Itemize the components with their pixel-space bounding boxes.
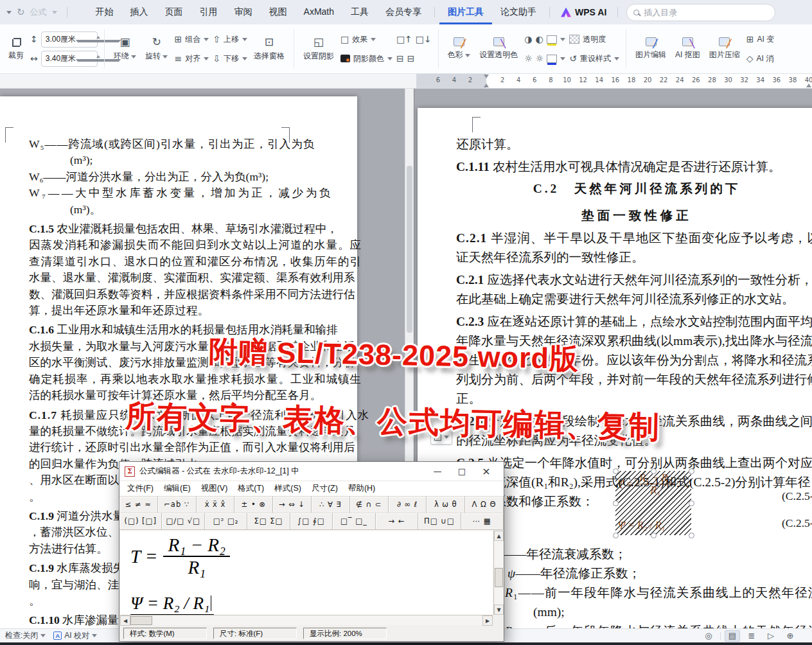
first-line-indent-marker[interactable] xyxy=(484,75,489,78)
ai-erase-button[interactable]: ◇ AI 消 xyxy=(745,51,776,66)
editor-menu-3[interactable]: 视图(V) xyxy=(196,483,233,494)
symbol-palette-button[interactable]: ± • ⊗ xyxy=(234,497,273,513)
ai-proofread-button[interactable]: A AI 校对 xyxy=(53,630,97,641)
editor-menu-7[interactable]: 帮助(H) xyxy=(343,483,380,494)
selection-handle[interactable] xyxy=(689,468,694,474)
image-edit-button[interactable]: 图片编辑 xyxy=(631,37,671,60)
selection-handle[interactable] xyxy=(613,500,619,506)
selection-handle[interactable] xyxy=(651,468,657,474)
close-button[interactable]: × xyxy=(474,462,499,481)
width-stepper[interactable]: 3.40厘米 xyxy=(41,51,98,67)
image-compress-button[interactable]: 图片压缩 xyxy=(705,37,745,60)
style-indicator[interactable]: 样式: 数学(M) xyxy=(123,628,207,639)
symbol-palette-button[interactable]: ∉ ∩ ⊂ xyxy=(350,497,389,513)
maximize-button[interactable]: □ xyxy=(450,462,474,481)
equation-quick-label[interactable]: 公式 xyxy=(30,6,47,18)
set-transparent-color-button[interactable]: 设置透明色 xyxy=(475,37,522,60)
shadow-up-icon[interactable]: □↑ xyxy=(396,35,412,44)
symbol-palette-button[interactable]: ⌐ab ∵ xyxy=(158,497,197,513)
chevron-down-icon[interactable] xyxy=(52,11,57,14)
vertical-scrollbar[interactable]: ▲ ▼ xyxy=(493,531,504,615)
editor-menu-5[interactable]: 样式(S) xyxy=(269,483,306,494)
wps-ai-button[interactable]: WPS AI xyxy=(554,7,613,17)
symbol-palette-button[interactable]: Σ□ Σ□ xyxy=(247,513,290,529)
shadow-left-icon[interactable]: ⊟ xyxy=(396,54,404,63)
reset-style-button[interactable]: ↺ 重设样式 xyxy=(567,51,621,66)
symbol-palette-button[interactable]: Λ Ω Θ xyxy=(465,497,504,513)
wrap-button[interactable]: ▣ 环绕 xyxy=(109,37,141,62)
border-color-icon[interactable] xyxy=(547,55,557,63)
symbol-palette-button[interactable]: ẋ ẍ x̂ xyxy=(197,497,235,513)
group-button[interactable]: ⊞ 组合 xyxy=(172,31,211,47)
highlight-color-icon[interactable] xyxy=(547,35,557,44)
tab-插入[interactable]: 插入 xyxy=(122,0,157,24)
selected-equation-object[interactable]: T = R₁ − R₂ R₁ Ψ = R₂ / R₁ xyxy=(615,471,691,535)
selection-pane-button[interactable]: ⊡ 选择窗格 xyxy=(249,37,289,62)
quick-access-dropdown-icon[interactable] xyxy=(6,11,12,14)
right-indent-marker[interactable] xyxy=(806,84,811,87)
tab-论文助手[interactable]: 论文助手 xyxy=(492,0,545,24)
contrast-down-icon[interactable]: ◐ xyxy=(535,35,543,44)
hanging-indent-marker[interactable] xyxy=(484,84,489,87)
symbol-palette-button[interactable]: → ⇔ ↓ xyxy=(273,497,312,513)
tab-引用[interactable]: 引用 xyxy=(191,0,226,24)
selection-handle[interactable] xyxy=(613,468,619,474)
tab-工具[interactable]: 工具 xyxy=(342,0,377,24)
selection-handle[interactable] xyxy=(689,500,694,506)
editor-menu-2[interactable]: 编辑(E) xyxy=(159,483,196,494)
symbol-palette-button[interactable]: ≤ ≠ ≈ xyxy=(119,497,158,513)
symbol-palette-button[interactable]: → ← xyxy=(376,513,418,529)
tab-页面[interactable]: 页面 xyxy=(157,0,191,24)
eye-protection-icon[interactable]: ◎ xyxy=(701,630,716,642)
transparency-button[interactable]: 透明度 xyxy=(567,31,621,47)
align-button[interactable]: ≡ 对齐 xyxy=(172,51,211,66)
size-indicator[interactable]: 尺寸: 标准(F) xyxy=(213,628,297,639)
formula-editor-window[interactable]: Σ 公式编辑器 - 公式在 去水印-去水印-12_[1] 中 — □ × 文件(… xyxy=(119,461,504,642)
rotate-button[interactable]: ↻ 旋转 xyxy=(141,37,172,62)
page-view-icon[interactable]: ▤ xyxy=(725,630,740,642)
contrast-up-icon[interactable]: ◑ xyxy=(524,35,532,44)
search-input[interactable] xyxy=(644,8,740,17)
read-mode-icon[interactable]: ▷ xyxy=(763,630,779,642)
shadow-right-icon[interactable]: ⊟ xyxy=(407,54,415,63)
symbol-palette-button[interactable]: ⋯ ▦ xyxy=(461,513,504,529)
minimize-button[interactable]: — xyxy=(425,462,450,481)
formula-edit-area[interactable]: T = R₁ − R₂ R₁ Ψ = R₂ / R₁ xyxy=(120,531,493,615)
web-view-icon[interactable]: ⊕ xyxy=(782,630,798,642)
set-shadow-button[interactable]: ◱ 设置阴影 xyxy=(299,37,339,62)
selection-handle[interactable] xyxy=(651,533,657,538)
symbol-palette-button[interactable]: λ ω θ xyxy=(427,497,465,513)
search-box[interactable] xyxy=(626,4,775,21)
symbol-palette-button[interactable]: ∂ ∞ ℓ xyxy=(389,497,427,513)
shadow-down-icon[interactable]: □↓ xyxy=(416,35,432,44)
send-backward-button[interactable]: ⇩ 下移 xyxy=(211,51,249,66)
symbol-palette-button[interactable]: □² □₂ xyxy=(205,513,247,529)
brightness-down-icon[interactable]: ☼ xyxy=(536,54,544,63)
symbol-palette-button[interactable]: ∫□ ∮□ xyxy=(290,513,333,529)
ai-enhance-button[interactable]: ⊞ AI 变 xyxy=(745,31,776,47)
redo-icon[interactable]: ↻ xyxy=(17,8,25,17)
symbol-palette-button[interactable]: □∕□ √□ xyxy=(162,513,204,529)
tab-开始[interactable]: 开始 xyxy=(87,0,122,24)
symbol-palette-button[interactable]: ∴ ∀ ∃ xyxy=(312,497,350,513)
effect-button[interactable]: □ 效果 xyxy=(339,31,394,47)
spellcheck-toggle[interactable]: 检查:关闭 xyxy=(5,630,46,641)
crop-button[interactable]: 裁剪 xyxy=(4,37,28,61)
selection-handle[interactable] xyxy=(613,533,619,538)
tab-图片工具[interactable]: 图片工具 xyxy=(439,0,492,24)
height-stepper[interactable]: 3.00厘米 xyxy=(41,31,98,48)
symbol-palette-button[interactable]: (□) [□] xyxy=(119,513,162,529)
editor-menu-6[interactable]: 尺寸(Z) xyxy=(306,483,343,494)
ai-matting-button[interactable]: AI 抠图 xyxy=(671,37,705,60)
tab-AxMath[interactable]: AxMath xyxy=(296,0,342,24)
bring-forward-button[interactable]: ⇧ 上移 xyxy=(211,31,249,47)
horizontal-scrollbar[interactable]: ◀ ▶ xyxy=(120,615,493,625)
editor-menu-1[interactable]: 文件(F) xyxy=(122,483,159,494)
selection-handle[interactable] xyxy=(689,533,694,538)
tab-审阅[interactable]: 审阅 xyxy=(226,0,261,24)
outline-view-icon[interactable]: ≣ xyxy=(744,630,759,642)
zoom-indicator[interactable]: 显示比例: 200% xyxy=(303,628,387,639)
shadow-color-button[interactable]: 阴影颜色 xyxy=(339,51,394,66)
tab-视图[interactable]: 视图 xyxy=(261,0,296,24)
brightness-up-icon[interactable]: ☼ xyxy=(524,54,533,63)
